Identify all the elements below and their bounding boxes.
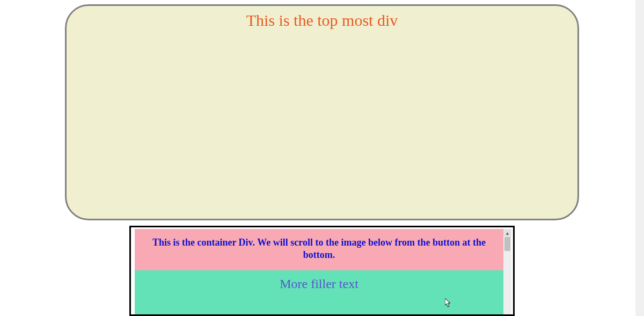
top-div: This is the top most div [65, 4, 579, 220]
scrollbar-thumb[interactable] [504, 237, 510, 251]
top-div-title: This is the top most div [67, 11, 577, 30]
container-scroll-area[interactable]: This is the container Div. We will scrol… [135, 229, 503, 314]
container-header: This is the container Div. We will scrol… [135, 229, 503, 270]
page-scrollbar[interactable] [635, 0, 644, 316]
container-scrollbar[interactable]: ▲ [503, 229, 511, 314]
scroll-up-arrow-icon[interactable]: ▲ [503, 229, 511, 237]
container-header-text: This is the container Div. We will scrol… [145, 236, 493, 262]
filler-text: More filler text [140, 277, 498, 291]
container-div: This is the container Div. We will scrol… [129, 226, 515, 316]
filler-box: More filler text [135, 270, 503, 314]
